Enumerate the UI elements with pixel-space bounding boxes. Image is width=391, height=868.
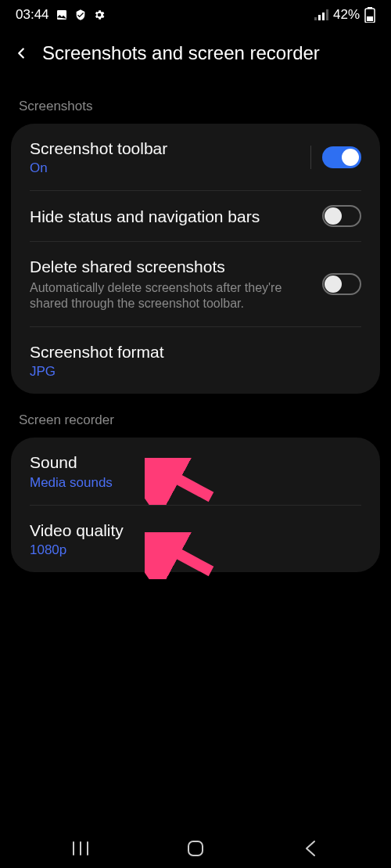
shield-icon (74, 9, 87, 21)
hide-bars-row[interactable]: Hide status and navigation bars (11, 191, 380, 241)
gallery-icon (56, 9, 68, 21)
delete-shared-title: Delete shared screenshots (30, 256, 313, 277)
nav-recents-button[interactable] (70, 837, 91, 859)
screenshot-format-row[interactable]: Screenshot format JPG (11, 327, 380, 394)
screenshot-toolbar-title: Screenshot toolbar (30, 138, 301, 159)
video-quality-title: Video quality (30, 520, 352, 541)
video-quality-value: 1080p (30, 542, 352, 558)
back-button[interactable] (11, 43, 31, 63)
delete-shared-row[interactable]: Delete shared screenshots Automatically … (11, 242, 380, 326)
hide-bars-title: Hide status and navigation bars (30, 206, 313, 227)
gear-icon (93, 9, 106, 21)
section-header-recorder: Screen recorder (0, 394, 391, 438)
delete-shared-toggle[interactable] (322, 273, 361, 295)
signal-icon (314, 9, 328, 20)
svg-rect-2 (318, 15, 321, 20)
svg-rect-4 (326, 9, 328, 20)
sound-title: Sound (30, 452, 352, 473)
svg-rect-3 (322, 13, 325, 20)
screenshot-toolbar-value: On (30, 160, 301, 176)
status-bar: 03:44 42% (0, 0, 391, 30)
status-time: 03:44 (16, 7, 49, 23)
hide-bars-toggle[interactable] (322, 205, 361, 227)
video-quality-row[interactable]: Video quality 1080p (11, 506, 380, 572)
battery-icon (364, 7, 375, 23)
battery-text: 42% (333, 7, 360, 23)
delete-shared-desc: Automatically delete screenshots after t… (30, 280, 313, 313)
nav-back-button[interactable] (300, 837, 321, 859)
nav-home-button[interactable] (185, 837, 206, 859)
section-header-screenshots: Screenshots (0, 80, 391, 124)
svg-rect-1 (314, 17, 317, 20)
screenshot-toolbar-toggle[interactable] (322, 146, 361, 168)
vertical-divider (310, 146, 311, 169)
status-right: 42% (314, 7, 375, 23)
svg-rect-15 (188, 841, 203, 855)
recorder-card: Sound Media sounds Video quality 1080p (11, 438, 380, 572)
screenshot-format-title: Screenshot format (30, 341, 352, 362)
page-header: Screenshots and screen recorder (0, 30, 391, 80)
sound-row[interactable]: Sound Media sounds (11, 438, 380, 504)
screenshot-toolbar-row[interactable]: Screenshot toolbar On (11, 124, 380, 190)
screenshots-card: Screenshot toolbar On Hide status and na… (11, 124, 380, 394)
svg-rect-7 (367, 16, 373, 21)
status-left: 03:44 (16, 7, 106, 23)
screenshot-format-value: JPG (30, 364, 352, 380)
page-title: Screenshots and screen recorder (42, 42, 320, 64)
sound-value: Media sounds (30, 475, 352, 491)
navigation-bar (0, 829, 391, 868)
